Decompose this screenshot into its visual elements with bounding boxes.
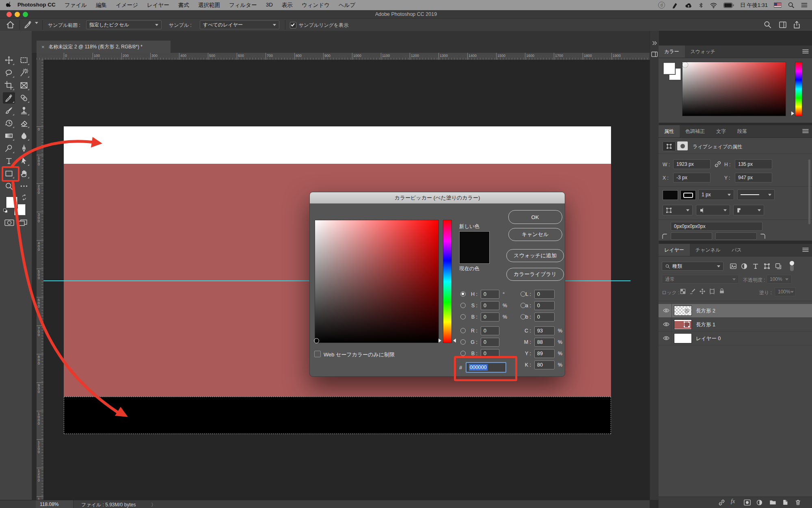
eraser-tool[interactable] xyxy=(18,117,30,129)
hue-slider-right-arrow[interactable] xyxy=(453,339,456,343)
pen-tool[interactable] xyxy=(18,143,30,154)
y-field[interactable]: 947 px xyxy=(735,173,772,182)
notification-list-icon[interactable] xyxy=(801,2,808,8)
path-selection-tool[interactable] xyxy=(18,155,30,167)
new-group-icon[interactable] xyxy=(769,499,777,507)
lock-all-icon[interactable] xyxy=(719,288,725,295)
layer-row[interactable]: レイヤー 0 xyxy=(659,332,812,345)
visibility-eye-icon[interactable] xyxy=(663,321,670,328)
menu-item[interactable]: 3D xyxy=(261,2,277,9)
clone-stamp-tool[interactable] xyxy=(18,105,30,116)
lock-artboard-icon[interactable] xyxy=(709,288,715,296)
blend-mode-dropdown[interactable]: 通常 xyxy=(662,275,739,284)
share-icon[interactable] xyxy=(793,20,801,30)
zoom-tool[interactable] xyxy=(3,180,15,192)
lasso-tool[interactable] xyxy=(3,67,15,78)
stroke-align-dropdown[interactable] xyxy=(663,205,693,215)
link-layers-icon[interactable] xyxy=(718,499,726,507)
marquee-tool[interactable] xyxy=(18,54,30,66)
color-field-cursor[interactable] xyxy=(314,338,319,343)
hand-tool[interactable] xyxy=(18,168,30,179)
color-libraries-button[interactable]: カラーライブラリ xyxy=(506,268,564,281)
layer-thumbnail[interactable] xyxy=(674,333,692,343)
add-to-swatches-button[interactable]: スウォッチに追加 xyxy=(506,249,564,262)
bluetooth-icon[interactable] xyxy=(698,2,704,9)
dodge-tool[interactable] xyxy=(3,143,15,154)
value-field[interactable]: 0 xyxy=(481,290,499,299)
corner-radius-field-2[interactable] xyxy=(715,232,757,240)
layer-row[interactable]: 長方形 2 xyxy=(659,304,812,318)
home-icon[interactable] xyxy=(6,20,15,30)
lock-pixels-icon[interactable] xyxy=(689,288,696,296)
apple-icon[interactable] xyxy=(0,1,15,9)
height-field[interactable]: 135 px xyxy=(735,159,772,169)
stroke-corner-dropdown[interactable] xyxy=(733,205,764,215)
corner-radius-field-1[interactable] xyxy=(671,232,712,240)
foreground-color-swatch[interactable] xyxy=(6,197,17,208)
wifi-icon[interactable] xyxy=(710,2,717,9)
layer-row[interactable]: 長方形 1 xyxy=(659,318,812,332)
filter-adjustment-icon[interactable] xyxy=(741,263,748,271)
canvas-white-rectangle[interactable] xyxy=(64,126,611,164)
menu-item[interactable]: 書式 xyxy=(174,2,194,9)
value-field[interactable]: 88 xyxy=(534,338,555,347)
value-field[interactable]: 0 xyxy=(481,313,499,321)
zoom-level[interactable]: 118.08% xyxy=(40,501,58,507)
layer-thumbnail[interactable] xyxy=(674,319,692,330)
visibility-eye-icon[interactable] xyxy=(663,308,670,315)
move-tool[interactable] xyxy=(3,54,15,66)
dialog-title[interactable]: カラーピッカー (べた塗りのカラー) xyxy=(310,192,565,204)
status-chevron[interactable]: 〉 xyxy=(151,501,156,508)
shape-properties-icon[interactable] xyxy=(663,141,676,151)
cloud-upload-icon[interactable] xyxy=(685,2,692,9)
stroke-color-swatch[interactable] xyxy=(680,190,696,200)
healing-brush-tool[interactable] xyxy=(18,92,30,104)
value-field[interactable]: 80 xyxy=(534,360,555,369)
panel-menu-icon[interactable] xyxy=(802,49,809,55)
layer-name[interactable]: レイヤー 0 xyxy=(696,335,721,342)
hue-strip[interactable] xyxy=(795,62,802,116)
spotlight-search-icon[interactable] xyxy=(788,2,795,9)
value-field[interactable]: 89 xyxy=(534,349,555,358)
panel-tab[interactable]: レイヤー xyxy=(659,244,690,256)
pen-status-icon[interactable] xyxy=(671,2,678,9)
panel-tab[interactable]: カラー xyxy=(659,46,685,58)
filter-type-icon[interactable] xyxy=(752,263,759,271)
expand-panels-icon[interactable] xyxy=(652,41,657,47)
mask-properties-icon[interactable] xyxy=(677,141,688,150)
value-field[interactable]: 0 xyxy=(534,290,555,299)
hue-slider[interactable] xyxy=(443,220,452,343)
type-tool[interactable] xyxy=(3,155,15,167)
menu-item[interactable]: 表示 xyxy=(277,2,297,9)
panel-tab[interactable]: スウォッチ xyxy=(685,46,721,58)
document-tab[interactable]: × 名称未設定 2 @ 118% (長方形 2, RGB/8*) * xyxy=(37,41,171,53)
filter-smart-object-icon[interactable] xyxy=(775,263,782,271)
panel-tab[interactable]: チャンネル xyxy=(690,244,726,256)
swap-colors-icon[interactable] xyxy=(21,194,27,202)
panel-dock-icon[interactable] xyxy=(651,51,658,59)
search-icon[interactable] xyxy=(763,20,772,30)
filter-shape-icon[interactable] xyxy=(763,263,771,271)
websafe-checkbox[interactable] xyxy=(314,351,321,357)
close-tab-icon[interactable]: × xyxy=(41,44,45,50)
horizontal-ruler[interactable]: 0100200300400500600700800900100011001200… xyxy=(37,53,650,60)
magic-wand-tool[interactable] xyxy=(18,67,30,78)
vertical-ruler[interactable]: 01 0 02 0 03 0 04 0 05 0 06 0 07 0 08 0 … xyxy=(37,60,44,500)
panel-tab[interactable]: 色調補正 xyxy=(680,125,710,137)
menu-clock[interactable]: 日 午後1:31 xyxy=(740,2,768,9)
history-brush-tool[interactable] xyxy=(3,117,15,129)
new-layer-icon[interactable] xyxy=(782,499,788,507)
delete-layer-icon[interactable] xyxy=(795,499,801,507)
menu-item[interactable]: 選択範囲 xyxy=(194,2,225,9)
menu-item[interactable]: ヘルプ xyxy=(334,2,360,9)
value-field[interactable]: 0 xyxy=(481,301,499,310)
hue-slider-left-arrow[interactable] xyxy=(438,339,441,343)
eyedropper-preset-icon[interactable] xyxy=(24,20,32,30)
menu-item[interactable]: Photoshop CC xyxy=(15,2,60,9)
ok-button[interactable]: OK xyxy=(508,210,562,224)
stroke-cap-dropdown[interactable] xyxy=(696,205,730,215)
filter-toggle[interactable] xyxy=(789,261,795,271)
sample-layers-dropdown[interactable]: すべてのレイヤー xyxy=(200,20,279,29)
panel-foreground-swatch[interactable] xyxy=(663,63,675,74)
new-adjustment-layer-icon[interactable] xyxy=(756,499,763,507)
